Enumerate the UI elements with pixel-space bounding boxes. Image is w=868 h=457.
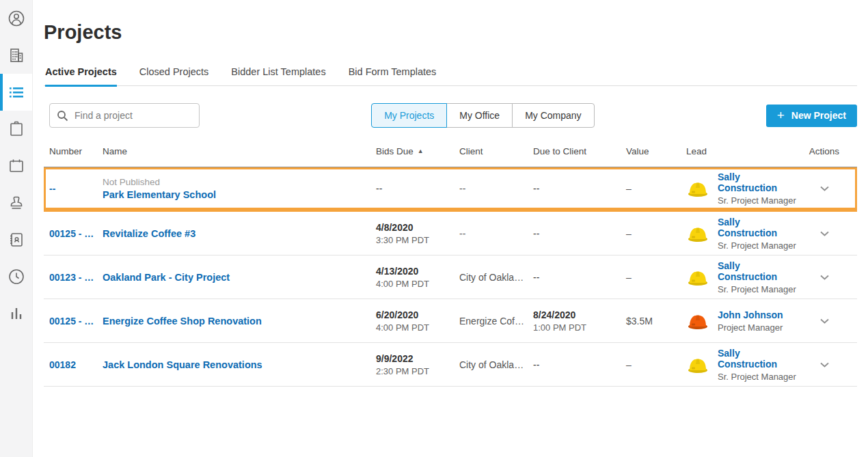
lead-cell: Sally Construction Sr. Project Manager (681, 260, 801, 294)
toolbar: My Projects My Office My Company + New P… (44, 103, 857, 128)
sidebar-item-calendar[interactable] (0, 148, 32, 184)
project-number[interactable]: -- (44, 183, 97, 194)
filter-my-projects[interactable]: My Projects (371, 103, 447, 128)
sidebar-item-profile[interactable] (0, 0, 32, 37)
project-search[interactable] (49, 103, 200, 128)
project-name-link[interactable]: Jack London Square Renovations (103, 359, 370, 370)
lead-name-link[interactable]: Sally Construction (718, 217, 801, 238)
column-header-number[interactable]: Number (44, 146, 97, 156)
value-cell: – (621, 228, 681, 239)
main-content: Projects Active Projects Closed Projects… (33, 0, 868, 457)
lead-name-link[interactable]: John Johnson (718, 309, 783, 320)
lead-name-link[interactable]: Sally Construction (718, 171, 801, 193)
value-cell: $3.5M (621, 316, 681, 327)
project-name-link[interactable]: Park Elementary School (103, 189, 370, 200)
value-cell: – (621, 272, 681, 283)
tab-bar: Active Projects Closed Projects Bidder L… (44, 60, 857, 86)
client-cell: City of Oakla… (454, 359, 528, 370)
building-icon (8, 46, 25, 64)
tab-bidder-list-templates[interactable]: Bidder List Templates (231, 60, 325, 85)
project-number[interactable]: 00125 - … (44, 316, 97, 327)
column-header-lead[interactable]: Lead (681, 146, 801, 156)
lead-info: Sally Construction Sr. Project Manager (718, 217, 801, 251)
table-row[interactable]: -- Not Published Park Elementary School … (44, 167, 857, 212)
filter-my-office[interactable]: My Office (446, 103, 513, 128)
column-header-due-to-client[interactable]: Due to Client (528, 146, 621, 156)
column-header-name[interactable]: Name (97, 146, 370, 156)
page-title: Projects (44, 20, 857, 44)
table-header: Number Name Bids Due▲ Client Due to Clie… (44, 146, 857, 167)
project-name-cell[interactable]: Revitalize Coffee #3 (97, 228, 370, 239)
sidebar-item-bid-board[interactable] (0, 111, 32, 148)
table-row[interactable]: 00123 - … Oakland Park - City Project 4/… (44, 255, 857, 299)
sort-asc-icon: ▲ (418, 148, 424, 154)
lead-avatar (686, 353, 709, 376)
filter-my-company[interactable]: My Company (512, 103, 594, 128)
sidebar-item-history[interactable] (0, 258, 32, 295)
sidebar-item-approvals[interactable] (0, 184, 32, 221)
project-name-cell[interactable]: Jack London Square Renovations (97, 359, 370, 370)
table-row[interactable]: 00125 - … Revitalize Coffee #3 4/8/2020 … (44, 212, 857, 255)
lead-avatar (686, 177, 709, 200)
value-cell: – (621, 359, 681, 370)
lead-title: Sr. Project Manager (718, 284, 801, 294)
sidebar-item-projects[interactable] (0, 74, 32, 111)
lead-cell: Sally Construction Sr. Project Manager (681, 217, 801, 251)
project-name-cell[interactable]: Energize Coffee Shop Renovation (97, 316, 370, 327)
due-to-client-cell: -- (528, 228, 621, 239)
column-header-actions: Actions (801, 146, 857, 156)
search-icon (57, 110, 68, 122)
plus-icon: + (777, 109, 785, 122)
new-project-button[interactable]: + New Project (766, 105, 857, 127)
sidebar-item-company[interactable] (0, 37, 32, 74)
row-actions (801, 183, 857, 194)
sidebar-item-contacts[interactable] (0, 221, 32, 258)
client-cell: -- (454, 183, 528, 194)
stamp-icon (8, 194, 25, 212)
project-name-link[interactable]: Oakland Park - City Project (103, 272, 370, 283)
lead-avatar (686, 309, 709, 333)
chevron-down-icon[interactable] (819, 318, 830, 324)
tab-closed-projects[interactable]: Closed Projects (139, 60, 209, 85)
tab-active-projects[interactable]: Active Projects (45, 60, 117, 87)
value-cell: – (621, 183, 681, 194)
lead-title: Sr. Project Manager (718, 195, 801, 206)
chevron-down-icon[interactable] (819, 185, 830, 192)
sidebar-item-reports[interactable] (0, 295, 32, 332)
project-number[interactable]: 00125 - … (44, 228, 97, 239)
project-name-cell[interactable]: Not Published Park Elementary School (97, 177, 370, 200)
column-header-client[interactable]: Client (454, 146, 528, 156)
due-to-client-cell: 8/24/2020 1:00 PM PDT (528, 309, 621, 333)
due-to-client-cell: -- (528, 183, 621, 194)
table-row[interactable]: 00125 - … Energize Coffee Shop Renovatio… (44, 299, 857, 343)
lead-avatar (686, 266, 709, 289)
project-number[interactable]: 00123 - … (44, 272, 97, 283)
chevron-down-icon[interactable] (819, 361, 830, 368)
tab-bid-form-templates[interactable]: Bid Form Templates (349, 60, 437, 85)
bids-due-cell: 9/9/2022 2:30 PM PDT (370, 353, 454, 376)
lead-title: Sr. Project Manager (718, 372, 801, 382)
bids-due-cell: 4/13/2020 4:00 PM PDT (370, 266, 454, 289)
column-header-bids-due[interactable]: Bids Due▲ (370, 146, 454, 156)
column-header-value[interactable]: Value (621, 146, 681, 156)
table-body: -- Not Published Park Elementary School … (44, 167, 857, 387)
chevron-down-icon[interactable] (819, 274, 830, 281)
lead-cell: John Johnson Project Manager (681, 309, 801, 333)
scope-filter: My Projects My Office My Company (371, 103, 594, 128)
client-cell: City of Oakla… (454, 272, 528, 283)
row-actions (801, 316, 857, 327)
bar-chart-icon (8, 305, 25, 322)
chevron-down-icon[interactable] (819, 230, 830, 237)
project-name-link[interactable]: Energize Coffee Shop Renovation (103, 316, 370, 327)
row-actions (801, 228, 857, 239)
search-input[interactable] (74, 110, 198, 121)
client-cell: -- (454, 228, 528, 239)
table-row[interactable]: 00182 Jack London Square Renovations 9/9… (44, 343, 857, 387)
project-number[interactable]: 00182 (44, 359, 97, 370)
lead-name-link[interactable]: Sally Construction (718, 260, 801, 282)
lead-name-link[interactable]: Sally Construction (718, 348, 801, 370)
project-name-cell[interactable]: Oakland Park - City Project (97, 272, 370, 283)
lead-info: John Johnson Project Manager (718, 309, 783, 333)
project-name-link[interactable]: Revitalize Coffee #3 (103, 228, 370, 239)
calendar-icon (8, 157, 25, 175)
